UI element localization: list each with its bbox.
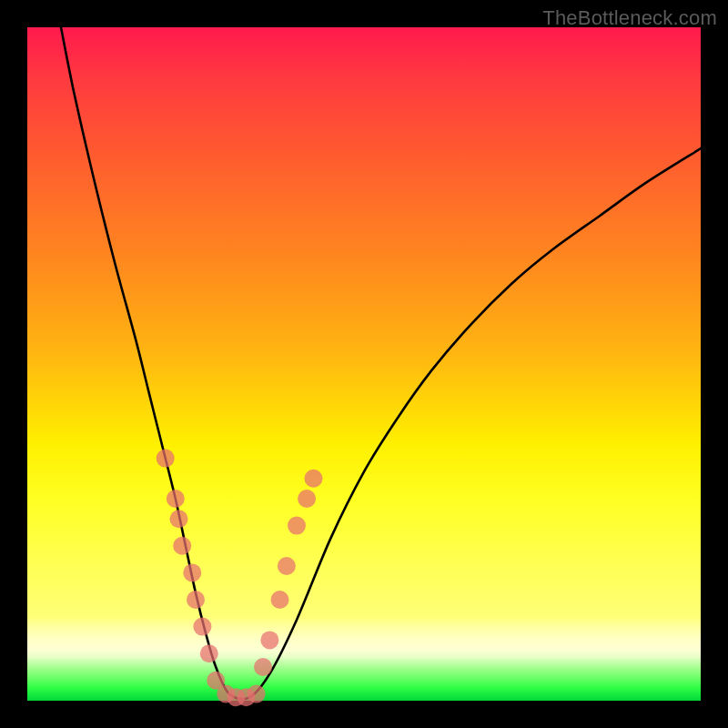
data-marker	[200, 644, 218, 662]
data-marker	[170, 510, 188, 528]
data-marker	[157, 450, 175, 468]
data-marker	[298, 490, 316, 508]
data-marker	[254, 658, 272, 676]
data-marker	[305, 470, 323, 488]
marker-group	[157, 450, 323, 707]
chart-frame: TheBottleneck.com	[0, 0, 728, 728]
data-marker	[187, 591, 205, 609]
watermark-text: TheBottleneck.com	[542, 6, 717, 30]
data-marker	[248, 685, 266, 703]
data-marker	[288, 517, 306, 535]
data-marker	[193, 618, 211, 636]
data-marker	[271, 591, 289, 609]
bottleneck-curve	[61, 27, 701, 699]
plot-area	[27, 27, 701, 701]
data-marker	[260, 631, 278, 649]
data-marker	[173, 537, 191, 555]
data-marker	[167, 490, 185, 508]
data-marker	[278, 557, 296, 575]
chart-svg	[27, 27, 701, 701]
data-marker	[183, 563, 201, 581]
